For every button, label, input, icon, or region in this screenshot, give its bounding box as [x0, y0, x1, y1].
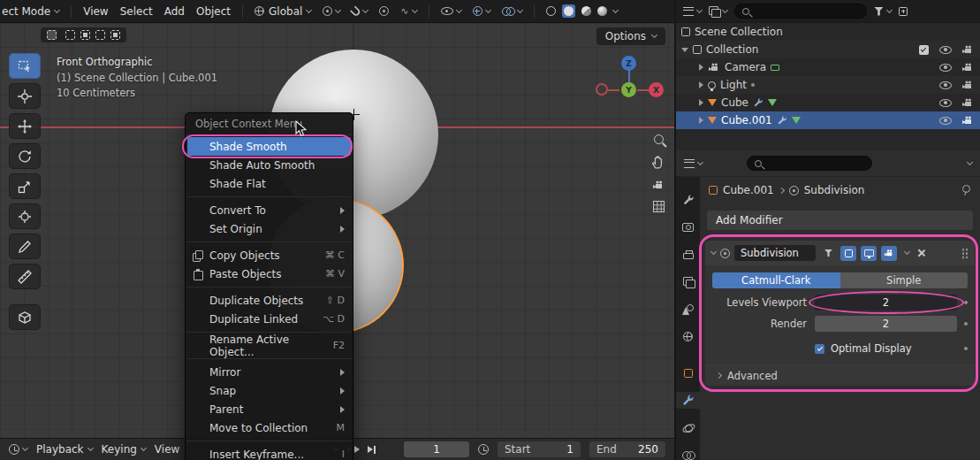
menu-view-timeline[interactable]: View [155, 443, 179, 456]
shading-wireframe-icon[interactable] [546, 6, 556, 16]
tab-physics[interactable] [676, 419, 700, 436]
row-light[interactable]: Light [676, 76, 980, 94]
disable-render-camera-icon[interactable] [961, 62, 974, 73]
menu-add[interactable]: Add [164, 5, 185, 18]
menu-select[interactable]: Select [120, 5, 153, 18]
render-field[interactable]: 2 [815, 316, 957, 332]
transform-orientation-dropdown[interactable]: Global [254, 5, 311, 18]
disable-render-camera-icon[interactable] [961, 97, 974, 108]
row-camera[interactable]: Camera [676, 58, 980, 76]
shading-material-icon[interactable] [581, 6, 591, 16]
disable-render-camera-icon[interactable] [961, 115, 974, 126]
hide-eye-icon[interactable] [939, 64, 952, 72]
breadcrumb-modifier[interactable]: Subdivision [804, 184, 865, 196]
proportional-falloff-dropdown[interactable]: ∿ [400, 6, 416, 16]
menu-item-paste-objects[interactable]: Paste Objects⌘ V [186, 264, 353, 283]
optimal-display-checkbox[interactable] [815, 344, 824, 354]
menu-view[interactable]: View [83, 5, 108, 18]
add-modifier-button[interactable]: Add Modifier [707, 211, 973, 230]
hide-eye-icon[interactable] [939, 117, 952, 125]
timeline-editor-dropdown[interactable] [9, 444, 27, 455]
disable-render-camera-icon[interactable] [961, 80, 974, 90]
hide-eye-icon[interactable] [939, 99, 952, 107]
disclosure-closed-icon[interactable] [699, 64, 703, 71]
disclosure-closed-icon[interactable] [699, 81, 703, 88]
tool-transform[interactable] [9, 203, 41, 229]
snap-toggle[interactable] [352, 7, 368, 16]
proportional-editing-toggle[interactable] [379, 6, 389, 16]
shading-solid-active[interactable] [562, 4, 575, 18]
tool-annotate[interactable] [9, 234, 41, 259]
frame-start-field[interactable]: Start1 [498, 441, 581, 457]
menu-keying[interactable]: Keying [102, 443, 146, 456]
tab-world[interactable] [676, 328, 700, 345]
menu-item-shade-smooth[interactable]: Shade Smooth [187, 137, 351, 156]
jump-to-end-button[interactable] [368, 446, 376, 454]
menu-playback[interactable]: Playback [36, 443, 93, 456]
tool-select-box[interactable] [9, 53, 41, 79]
row-scene-collection[interactable]: Scene Collection [676, 23, 980, 41]
tab-modifiers-active[interactable] [676, 392, 700, 409]
display-mode-dropdown[interactable] [709, 6, 727, 16]
disclosure-closed-icon[interactable] [699, 117, 703, 124]
animate-dot-icon[interactable] [964, 322, 968, 326]
pan-hand-icon[interactable] [651, 155, 665, 169]
modifier-extras-dropdown[interactable] [904, 249, 910, 255]
select-extend-mode-icon[interactable] [80, 30, 90, 40]
outliner-editor-dropdown[interactable] [683, 7, 702, 16]
collection-checkbox[interactable] [919, 45, 929, 55]
properties-editor-dropdown[interactable] [684, 159, 703, 168]
menu-item-mirror[interactable]: Mirror [186, 363, 353, 381]
tool-move[interactable] [9, 113, 41, 139]
select-box-mode-icon[interactable] [65, 30, 75, 40]
properties-search-input[interactable] [747, 156, 872, 171]
hide-eye-icon[interactable] [939, 46, 952, 54]
menu-item-shade-auto-smooth[interactable]: Shade Auto Smooth [186, 156, 353, 174]
close-icon[interactable] [917, 249, 926, 257]
menu-object[interactable]: Object [196, 5, 231, 18]
current-frame-field[interactable]: 1 [404, 441, 469, 457]
tab-render[interactable] [676, 218, 700, 235]
toggle-edit-mode[interactable] [840, 246, 856, 261]
frame-end-field[interactable]: End250 [589, 441, 665, 457]
tab-tool[interactable] [676, 191, 700, 208]
menu-item-copy-objects[interactable]: Copy Objects⌘ C [186, 246, 353, 264]
menu-item-set-origin[interactable]: Set Origin [186, 219, 353, 238]
animate-dot-icon[interactable] [964, 347, 968, 350]
filter-dropdown[interactable] [874, 7, 892, 16]
mode-selector[interactable]: ect Mode [2, 5, 59, 18]
tool-measure[interactable] [9, 264, 41, 289]
tweak-mode-icon[interactable] [47, 30, 57, 40]
select-subtract-mode-icon[interactable] [95, 30, 105, 40]
disclosure-open-icon[interactable] [681, 48, 688, 52]
animate-dot-icon[interactable] [964, 301, 968, 304]
show-gizmo-dropdown[interactable] [473, 6, 490, 16]
menu-item-rename-active-object[interactable]: Rename Active Object...F2 [186, 336, 353, 355]
drag-handle-icon[interactable] [961, 248, 969, 259]
row-cube-001-selected[interactable]: Cube.001 [676, 111, 980, 129]
row-cube[interactable]: Cube [676, 94, 980, 111]
select-intersect-mode-icon[interactable] [110, 30, 120, 40]
menu-item-parent[interactable]: Parent [186, 400, 353, 418]
gizmo-x-ball[interactable]: X [649, 82, 664, 97]
viewport-options-dropdown[interactable]: Options [596, 27, 665, 45]
preview-range-icon[interactable] [478, 444, 489, 455]
tab-catmull-clark[interactable]: Catmull-Clark [712, 272, 840, 288]
gizmo-negx-ball[interactable] [596, 83, 608, 96]
tool-scale[interactable] [9, 173, 41, 199]
toggle-vertex-groups[interactable] [820, 246, 836, 261]
shading-rendered-icon[interactable] [597, 6, 607, 16]
navigation-gizmo[interactable]: Z Y X [587, 53, 674, 106]
toggle-render[interactable] [881, 246, 897, 261]
gizmo-z-ball[interactable]: Z [621, 56, 636, 71]
gizmo-y-ball[interactable]: Y [621, 82, 636, 97]
menu-item-shade-flat[interactable]: Shade Flat [186, 174, 353, 193]
menu-item-duplicate-objects[interactable]: Duplicate Objects⇧ D [186, 291, 353, 310]
chevron-down-icon[interactable] [967, 158, 973, 165]
visibility-dropdown[interactable] [441, 7, 461, 15]
tool-cursor[interactable] [9, 83, 41, 109]
tab-output[interactable] [676, 246, 700, 263]
zoom-icon[interactable] [654, 134, 664, 144]
new-collection-icon[interactable] [899, 7, 908, 16]
tab-constraints[interactable] [676, 447, 700, 460]
